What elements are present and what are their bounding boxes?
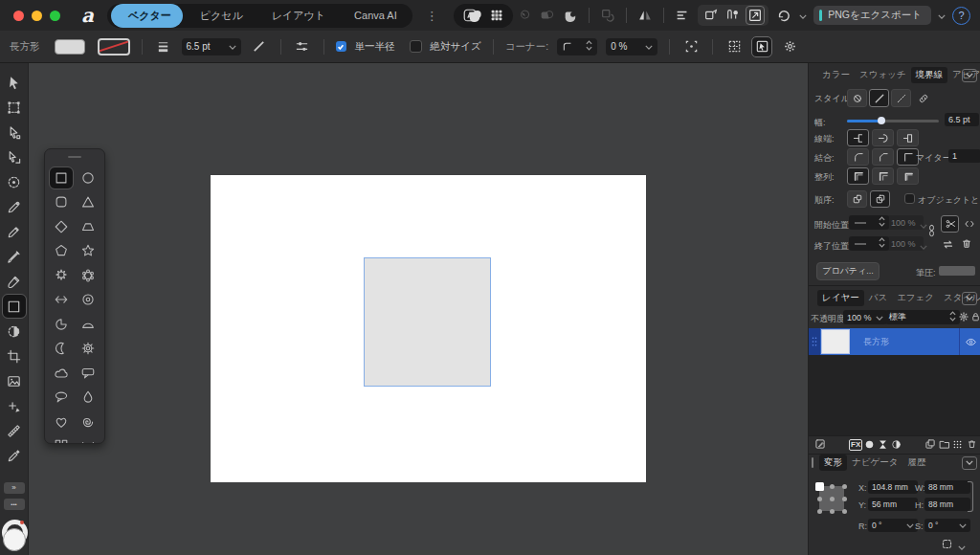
- stroke-brush-button[interactable]: [913, 89, 933, 107]
- layer-thumbnail[interactable]: [821, 329, 850, 354]
- export-chevron[interactable]: [938, 11, 946, 21]
- layer-grab-strip[interactable]: [809, 328, 820, 355]
- stroke-options-button[interactable]: [293, 37, 312, 56]
- panel-chevron-button[interactable]: [962, 69, 977, 82]
- color-selector[interactable]: ⌄: [0, 520, 29, 555]
- shear-dropdown[interactable]: 0 °: [924, 519, 970, 532]
- anchor-dot[interactable]: [830, 484, 835, 489]
- stroke-color-swatch[interactable]: [98, 38, 130, 56]
- color-picker-tool[interactable]: [3, 444, 26, 467]
- link-start-end-icon[interactable]: [927, 224, 936, 239]
- anchor-point-selector[interactable]: [815, 482, 848, 515]
- pencil-tool[interactable]: [3, 220, 26, 243]
- crescent-shape-tool[interactable]: [50, 338, 73, 359]
- w-field[interactable]: 88 mm: [924, 480, 970, 494]
- anchor-dot[interactable]: [830, 497, 835, 501]
- fill-color-circle[interactable]: [3, 528, 26, 551]
- cog-shape-tool[interactable]: [50, 265, 73, 286]
- panel-chevron-button[interactable]: [962, 456, 977, 470]
- anchor-dot[interactable]: [842, 509, 847, 514]
- slider-thumb[interactable]: [878, 117, 885, 124]
- start-percent-field[interactable]: 100 %: [887, 215, 924, 230]
- rectangle-tool[interactable]: [3, 295, 26, 318]
- diamond-shape-tool[interactable]: [50, 216, 73, 237]
- anchor-dot[interactable]: [842, 484, 847, 489]
- boolean-divide-button[interactable]: [538, 7, 555, 24]
- gear-shape-tool[interactable]: [77, 338, 100, 359]
- triangle-shape-tool[interactable]: [77, 191, 100, 212]
- y-field[interactable]: 56 mm: [868, 498, 918, 511]
- color-selector-chevron[interactable]: ⌄: [9, 551, 14, 555]
- persona-canva-ai[interactable]: Canva AI: [337, 4, 409, 28]
- panel-drag-indicator[interactable]: [812, 457, 813, 468]
- callout-rectangle-shape-tool[interactable]: [77, 363, 100, 384]
- bevel-join-button[interactable]: [872, 148, 894, 166]
- tear-shape-tool[interactable]: [77, 387, 100, 408]
- canvas[interactable]: [29, 63, 808, 555]
- link-width-height-bracket[interactable]: [968, 481, 973, 512]
- paint-brush-tool[interactable]: [3, 270, 26, 293]
- tab-effects[interactable]: エフェク: [892, 290, 939, 306]
- export-button[interactable]: PNGをエクスポート: [813, 6, 931, 25]
- ellipse-shape-tool[interactable]: [77, 167, 100, 189]
- trapezoid-shape-tool[interactable]: [77, 216, 100, 237]
- spiral-shape-tool[interactable]: [77, 411, 100, 433]
- flip-horizontal-button[interactable]: [636, 7, 654, 24]
- blend-mode-dropdown[interactable]: 標準: [885, 310, 960, 324]
- settings-gear-icon[interactable]: [780, 37, 799, 56]
- heart-shape-tool[interactable]: [50, 411, 73, 433]
- move-whole-pixels-button[interactable]: [746, 7, 764, 24]
- chevron-down-icon[interactable]: [920, 241, 927, 252]
- swap-start-end-button[interactable]: [942, 238, 954, 253]
- lock-icon[interactable]: [970, 311, 980, 324]
- chevron-down-icon[interactable]: [920, 220, 927, 231]
- persona-layout[interactable]: レイアウト: [255, 4, 337, 28]
- layers-list-empty-area[interactable]: [809, 355, 980, 435]
- place-image-tool[interactable]: [3, 369, 26, 392]
- boolean-add-button[interactable]: [466, 7, 483, 24]
- rounded-cog-shape-tool[interactable]: [77, 265, 100, 286]
- point-transform-tool[interactable]: [3, 394, 26, 417]
- transform-mode-icon[interactable]: [941, 538, 953, 552]
- star-shape-tool[interactable]: [77, 240, 100, 261]
- rectangle-shape-tool[interactable]: [50, 167, 73, 189]
- corner-type-dropdown[interactable]: [557, 38, 597, 56]
- stroke-style-button[interactable]: [250, 37, 269, 56]
- bracket-shape-tool[interactable]: [77, 435, 100, 444]
- pen-tool[interactable]: [3, 195, 26, 218]
- qr-code-shape-tool[interactable]: [50, 435, 73, 444]
- align-outside-button[interactable]: [897, 167, 919, 185]
- anchor-dot[interactable]: [830, 509, 835, 514]
- boolean-intersect-button[interactable]: [514, 7, 531, 24]
- fx-button[interactable]: FX: [849, 439, 862, 451]
- anchor-dot[interactable]: [817, 509, 822, 514]
- align-inside-button[interactable]: [872, 167, 894, 185]
- fill-gradient-tool[interactable]: [3, 320, 26, 343]
- snapping-button[interactable]: [702, 7, 720, 24]
- donut-shape-tool[interactable]: [77, 289, 100, 310]
- tab-paths[interactable]: パス: [864, 290, 892, 306]
- alignment-button[interactable]: [674, 7, 691, 24]
- x-field[interactable]: 104.8 mm: [868, 480, 918, 494]
- layer-row[interactable]: 長方形: [809, 328, 980, 355]
- absolute-size-checkbox[interactable]: [410, 40, 422, 53]
- close-window-button[interactable]: [13, 11, 24, 21]
- boolean-combine-button[interactable]: [562, 7, 579, 24]
- stroke-width-slider[interactable]: [847, 120, 939, 122]
- anchor-dot-topleft-selected[interactable]: [815, 482, 824, 491]
- round-cap-button[interactable]: [872, 129, 894, 146]
- duplicate-layer-button[interactable]: [924, 438, 936, 452]
- vector-brush-tool[interactable]: [3, 245, 26, 268]
- rounded-rectangle-shape-tool[interactable]: [50, 191, 73, 212]
- stroke-behind-button[interactable]: [847, 190, 867, 208]
- fill-color-swatch[interactable]: [55, 39, 85, 55]
- tab-history[interactable]: 履歴: [902, 455, 930, 471]
- panel-chevron-button[interactable]: [962, 292, 977, 305]
- pixel-alignment-button[interactable]: [724, 7, 742, 24]
- flyout-drag-handle[interactable]: [68, 156, 81, 158]
- round-join-button[interactable]: [847, 148, 869, 166]
- end-pressure-dropdown[interactable]: [849, 236, 889, 251]
- corner-percent-dropdown[interactable]: 0 %: [606, 38, 657, 56]
- single-radius-checkbox[interactable]: [336, 41, 346, 52]
- selected-rectangle-shape[interactable]: [364, 257, 491, 387]
